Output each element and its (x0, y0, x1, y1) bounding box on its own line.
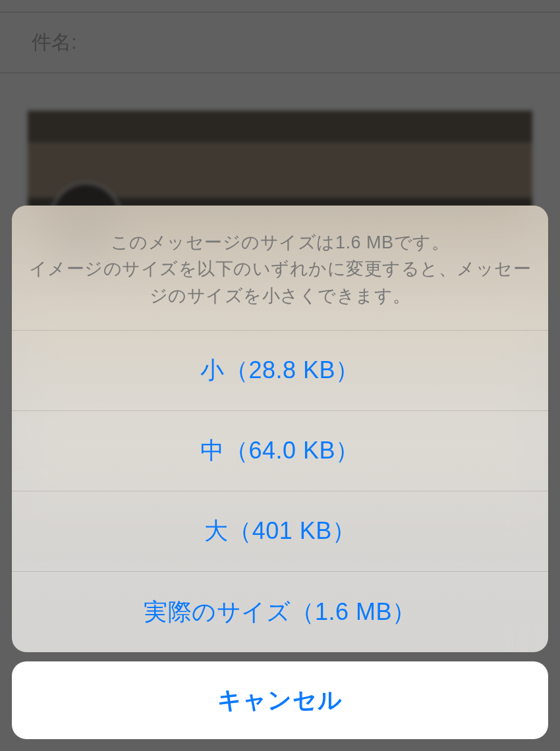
size-option-medium[interactable]: 中（64.0 KB） (12, 411, 548, 491)
size-option-actual[interactable]: 実際のサイズ（1.6 MB） (12, 572, 548, 652)
size-option-small[interactable]: 小（28.8 KB） (12, 331, 548, 411)
cancel-button[interactable]: キャンセル (12, 661, 548, 739)
action-sheet: このメッセージのサイズは1.6 MBです。 イメージのサイズを以下のいずれかに変… (0, 206, 560, 752)
action-sheet-message: このメッセージのサイズは1.6 MBです。 イメージのサイズを以下のいずれかに変… (28, 229, 532, 310)
action-sheet-main: このメッセージのサイズは1.6 MBです。 イメージのサイズを以下のいずれかに変… (12, 206, 548, 653)
size-option-large[interactable]: 大（401 KB） (12, 491, 548, 572)
action-sheet-header: このメッセージのサイズは1.6 MBです。 イメージのサイズを以下のいずれかに変… (12, 206, 548, 331)
